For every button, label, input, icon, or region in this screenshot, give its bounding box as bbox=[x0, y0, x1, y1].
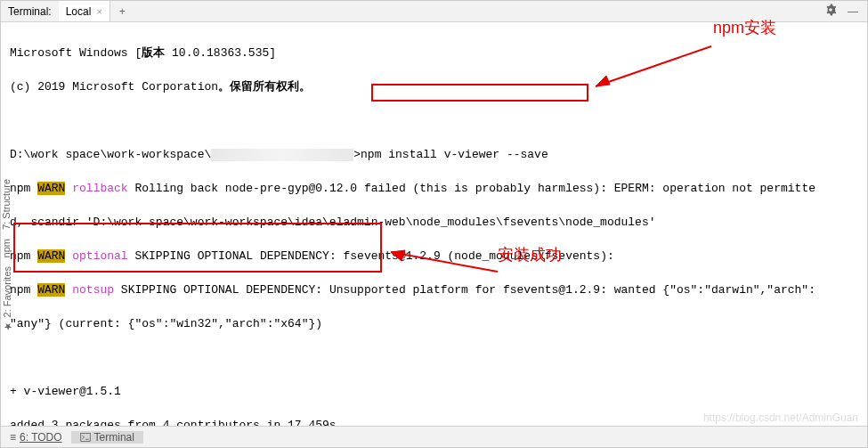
watermark: https://blog.csdn.net/AdminGuan bbox=[703, 411, 858, 424]
svg-marker-1 bbox=[596, 76, 610, 86]
annotation-box-result bbox=[13, 223, 382, 273]
svg-marker-3 bbox=[391, 250, 405, 261]
side-tab-structure[interactable]: 7: Structure bbox=[1, 179, 12, 230]
svg-line-2 bbox=[391, 252, 498, 272]
tab-local[interactable]: Local × bbox=[59, 1, 110, 21]
tab-label: Local bbox=[66, 5, 92, 18]
side-tab-favorites[interactable]: ★ 2: Favorites bbox=[1, 266, 12, 332]
bottom-tab-todo[interactable]: ≡ 6: TODO bbox=[1, 431, 71, 444]
side-tab-npm[interactable]: npm bbox=[1, 239, 12, 257]
redacted-path bbox=[211, 149, 353, 161]
new-tab-button[interactable]: + bbox=[110, 5, 134, 18]
annotation-install: npm安装 bbox=[713, 17, 776, 38]
terminal-label: Terminal: bbox=[1, 5, 59, 18]
svg-rect-4 bbox=[80, 433, 90, 441]
bottom-tab-terminal[interactable]: Terminal bbox=[71, 431, 143, 444]
annotation-success: 安装成功 bbox=[498, 244, 562, 265]
terminal-output[interactable]: Microsoft Windows [版本 10.0.18363.535] (c… bbox=[1, 22, 867, 426]
arrow-icon bbox=[587, 42, 720, 95]
warn-badge: WARN bbox=[37, 283, 65, 297]
svg-line-0 bbox=[596, 46, 711, 86]
terminal-icon bbox=[80, 432, 91, 443]
annotation-box-command bbox=[371, 84, 588, 102]
minimize-icon[interactable]: — bbox=[842, 5, 867, 18]
arrow-icon bbox=[382, 243, 507, 279]
command-text: npm install v-viewer --save bbox=[361, 148, 548, 161]
gear-icon[interactable] bbox=[819, 4, 842, 19]
close-icon[interactable]: × bbox=[96, 6, 101, 17]
warn-badge: WARN bbox=[37, 182, 65, 195]
install-result-line: + v-viewer@1.5.1 bbox=[10, 383, 858, 400]
side-tool-tabs: 7: Structure npm ★ 2: Favorites bbox=[1, 170, 19, 342]
bottom-tool-bar: ≡ 6: TODO Terminal bbox=[1, 426, 867, 447]
